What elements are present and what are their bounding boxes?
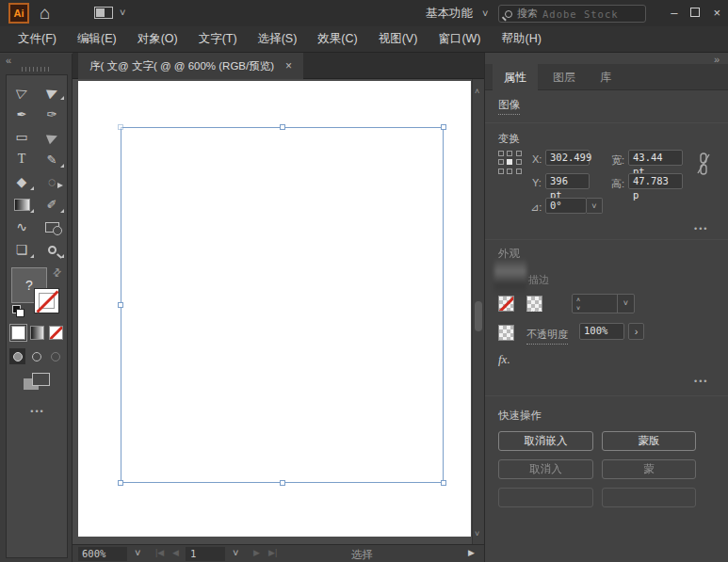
swap-fill-stroke-icon[interactable]: ⇄ [50,265,65,281]
stroke-unit-dropdown-icon[interactable]: ˅ [617,295,634,313]
search-input[interactable]: 搜索 Adobe Stock [498,5,646,23]
paintbrush-tool[interactable]: ✐ [37,193,67,216]
menu-object[interactable]: 对象(O) [127,31,188,47]
menu-help[interactable]: 帮助(H) [492,31,552,47]
artboard-number-field[interactable]: 1 [186,547,225,561]
selection-handle-left-middle[interactable] [118,302,123,308]
rectangle-tool[interactable]: ▭ [7,125,37,148]
pen-tool[interactable]: ✒ [7,103,37,125]
more-transform-options-icon[interactable]: ••• [694,224,708,233]
ref-dot[interactable] [507,151,512,156]
menu-effect[interactable]: 效果(C) [307,31,367,47]
canvas[interactable]: ˄ ˅ [73,79,484,544]
opacity-label[interactable]: 不透明度 [526,328,568,345]
tab-properties[interactable]: 属性 [493,64,538,90]
next-artboard-icon[interactable]: ▶ [253,548,260,557]
status-expand-icon[interactable]: ▶ [468,548,475,557]
workspace-switcher[interactable]: 基本功能 ˅ [426,6,488,22]
stroke-color-swatch[interactable] [34,288,59,313]
scroll-down-icon[interactable]: ˅ [475,529,479,538]
artboard[interactable] [78,81,471,537]
curvature-tool[interactable]: ✑ [37,103,67,125]
artboard-dropdown-icon[interactable]: ˅ [233,548,238,558]
opacity-field[interactable]: 100% [579,323,624,340]
selection-handle-top-left[interactable] [118,124,123,130]
default-fill-stroke-icon[interactable] [12,305,24,317]
collapse-tools-icon[interactable]: « [6,55,11,66]
color-button[interactable] [11,326,25,340]
constrain-proportions-icon[interactable] [696,151,711,177]
last-artboard-icon[interactable]: ▶| [268,548,277,557]
none-button[interactable] [49,326,63,340]
zoom-dropdown-icon[interactable]: ˅ [135,548,140,558]
ref-dot-selected[interactable] [507,159,512,165]
zoom-level-field[interactable]: 600% [78,547,127,561]
opacity-swatch[interactable] [498,325,514,341]
draw-behind-button[interactable] [28,348,44,364]
zoom-tool[interactable] [37,238,67,261]
ref-dot[interactable] [516,169,522,174]
document-tab[interactable]: 序( 文@ 文字( @ @ 600% (RGB/预览) × [78,53,303,79]
selection-handle-bottom-left[interactable] [118,480,123,486]
ref-dot[interactable] [516,159,522,165]
menu-type[interactable]: 文字(T) [188,31,248,47]
opacity-options-icon[interactable]: › [628,323,644,340]
ref-dot[interactable] [498,169,504,174]
vertical-scrollbar[interactable]: ˄ ˅ [472,79,484,544]
draw-normal-button[interactable] [9,348,25,364]
change-screen-mode-button[interactable] [24,373,52,392]
tab-libraries[interactable]: 库 [590,64,621,90]
selection-bounding-box[interactable] [121,127,444,483]
reference-point-selector[interactable] [498,151,523,175]
gradient-button[interactable] [30,326,44,340]
home-icon[interactable]: ⌂ [40,2,50,24]
arrange-documents-button[interactable]: ˅ [94,7,125,19]
minimize-button[interactable]: – [671,6,677,20]
fill-swatch[interactable] [498,296,514,312]
ref-dot[interactable] [498,151,504,156]
width-field[interactable]: 43.44 pt [628,150,683,166]
height-field[interactable]: 47.783 p [628,173,683,189]
cursor-arrow-tool[interactable]: ▶ [37,125,67,148]
stepper-up-icon[interactable]: ˄ [576,296,580,304]
pencil-tool[interactable]: ✎ [37,148,67,170]
menu-select[interactable]: 选择(S) [248,31,308,47]
shaper-tool[interactable]: ∿ [7,216,37,238]
ref-dot[interactable] [498,159,504,165]
ref-dot[interactable] [507,169,512,174]
stroke-weight-stepper[interactable]: ˄ ˅ ˅ [572,294,635,313]
x-field[interactable]: 302.499 [545,150,590,166]
scroll-up-icon[interactable]: ˄ [475,87,479,96]
selection-handle-bottom-middle[interactable] [280,480,285,486]
artboard-tool[interactable]: ❏ [7,238,37,261]
draw-inside-button[interactable] [47,348,63,364]
rotation-field[interactable]: 0° [545,198,587,214]
unembed-button[interactable]: 取消嵌入 [498,431,593,451]
tools-panel-grip[interactable] [22,67,52,72]
type-tool[interactable]: T [7,148,37,170]
first-artboard-icon[interactable]: |◀ [155,548,164,557]
menu-file[interactable]: 文件(F) [8,31,67,47]
app-logo[interactable]: Ai [8,3,29,24]
menu-view[interactable]: 视图(V) [368,31,429,47]
menu-window[interactable]: 窗口(W) [428,31,491,47]
selection-handle-bottom-right[interactable] [441,480,446,486]
selection-tool[interactable]: ▷ [7,80,37,103]
stroke-swatch[interactable] [526,296,542,312]
selection-handle-top-right[interactable] [441,124,446,130]
mask-button[interactable]: 蒙版 [602,431,696,451]
ref-dot[interactable] [516,151,522,156]
scrollbar-thumb[interactable] [475,301,482,331]
menu-edit[interactable]: 编辑(E) [67,31,127,47]
edit-toolbar-button[interactable]: ••• [7,407,69,416]
stepper-down-icon[interactable]: ˅ [576,304,580,313]
eraser-tool[interactable]: ◆ [7,170,37,193]
lasso-tool[interactable]: ◌ [37,170,67,193]
y-field[interactable]: 396 pt [545,173,590,189]
fx-button[interactable]: fx. [498,352,510,367]
close-button[interactable]: × [713,6,720,20]
image-section-header[interactable]: 图像 [498,98,520,115]
previous-artboard-icon[interactable]: ◀ [172,548,179,557]
maximize-button[interactable] [690,8,700,17]
gradient-tool[interactable] [7,193,37,216]
